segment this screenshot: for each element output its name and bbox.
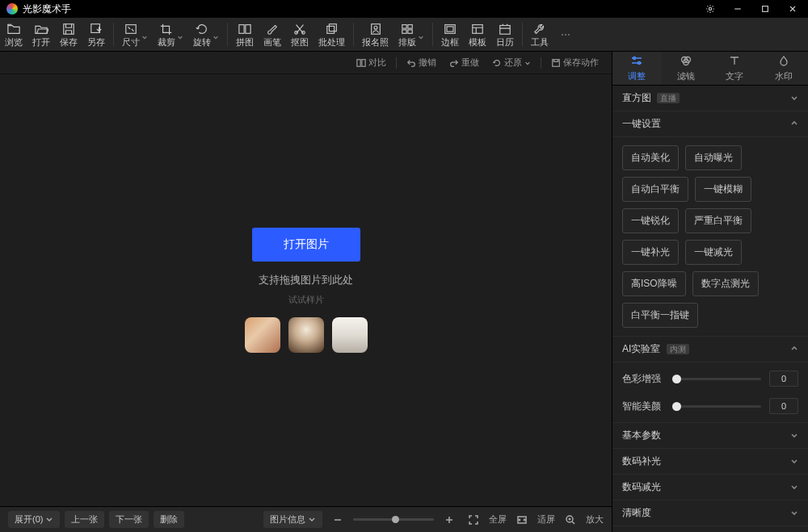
fit-screen-icon[interactable]: [513, 511, 531, 529]
svg-rect-14: [408, 24, 412, 27]
canvas-column: 对比 撤销 重做 还原 保存动作 打开图: [0, 52, 612, 532]
histogram-title: 直方图: [622, 92, 651, 103]
canvas-body[interactable]: 打开图片 支持拖拽图片到此处 试试样片: [0, 74, 612, 506]
border-button[interactable]: 边框: [436, 18, 464, 51]
enlarge-icon[interactable]: [562, 511, 579, 529]
app-logo-icon: [6, 3, 18, 15]
app-title: 光影魔术手: [23, 2, 71, 16]
zoom-out-icon[interactable]: [329, 511, 347, 529]
onekey-chip-0[interactable]: 自动美化: [622, 145, 679, 170]
onekey-chip-10[interactable]: 白平衡一指键: [622, 303, 698, 328]
section-ailab-header[interactable]: AI实验室 内测: [612, 337, 808, 362]
compare-button[interactable]: 对比: [351, 55, 391, 70]
svg-rect-16: [408, 29, 412, 32]
template-button[interactable]: 模板: [464, 18, 491, 51]
size-button[interactable]: 尺寸: [117, 18, 153, 51]
beauty-label: 智能美颜: [622, 400, 664, 413]
onekey-chip-3[interactable]: 一键模糊: [695, 177, 751, 202]
section-onekey-header[interactable]: 一键设置: [612, 111, 808, 137]
cutout-button[interactable]: 抠图: [286, 18, 314, 51]
save-button[interactable]: 保存: [55, 18, 82, 51]
fit-label: 适屏: [537, 513, 555, 526]
main-toolbar: 浏览 打开 保存 另存 尺寸 裁剪: [0, 18, 808, 52]
zoom-slider[interactable]: [353, 518, 434, 521]
svg-rect-5: [239, 24, 244, 33]
chevron-down-icon: [790, 93, 798, 104]
next-button[interactable]: 下一张: [109, 511, 149, 528]
calendar-button[interactable]: 日历: [491, 18, 519, 51]
browse-label: 浏览: [5, 37, 23, 47]
onekey-chip-5[interactable]: 严重白平衡: [685, 208, 751, 233]
color-enhance-value[interactable]: 0: [769, 371, 798, 387]
onekey-chip-4[interactable]: 一键锐化: [622, 208, 679, 233]
dnd-hint: 支持拖拽图片到此处: [259, 273, 353, 287]
tab-filter[interactable]: 滤镜: [662, 52, 711, 85]
tab-adjust[interactable]: 调整: [612, 52, 662, 85]
beauty-slider[interactable]: [672, 405, 761, 408]
tab-watermark[interactable]: 水印: [760, 52, 809, 85]
open-button[interactable]: 打开: [27, 18, 55, 51]
settings-gear-icon[interactable]: [700, 1, 721, 17]
tools-button[interactable]: 工具: [526, 18, 553, 51]
idphoto-button[interactable]: 报名照: [357, 18, 393, 51]
tab-text[interactable]: 文字: [710, 52, 760, 85]
tab-adjust-label: 调整: [628, 70, 646, 82]
open-label: 打开: [32, 37, 50, 47]
right-panel-scroll[interactable]: 直方图 直播 一键设置 自动美化自动曝光自动白平衡一键模糊一键锐化严重白平衡一键…: [612, 86, 808, 532]
section-histogram[interactable]: 直方图 直播: [612, 86, 808, 111]
delete-button[interactable]: 删除: [154, 511, 184, 528]
enlarge-label: 放大: [586, 513, 604, 526]
section-basic[interactable]: 基本参数: [612, 423, 808, 449]
stitch-button[interactable]: 拼图: [231, 18, 259, 51]
color-enhance-slider[interactable]: [672, 378, 761, 380]
chevron-down-icon: [141, 31, 148, 38]
onekey-chip-8[interactable]: 高ISO降噪: [622, 271, 686, 296]
open-image-button[interactable]: 打开图片: [252, 228, 360, 262]
redo-button[interactable]: 重做: [444, 55, 484, 70]
section-levels[interactable]: 色阶: [612, 526, 808, 532]
onekey-chip-1[interactable]: 自动曝光: [685, 145, 742, 170]
crop-button[interactable]: 裁剪: [153, 18, 188, 51]
browse-button[interactable]: 浏览: [0, 18, 27, 51]
image-info-button[interactable]: 图片信息: [263, 511, 322, 528]
section-digital-reduce[interactable]: 数码减光: [612, 475, 808, 501]
fullscreen-icon[interactable]: [465, 511, 482, 529]
undo-button[interactable]: 撤销: [402, 55, 441, 70]
onekey-chip-6[interactable]: 一键补光: [622, 240, 679, 265]
expand-button[interactable]: 展开(0): [8, 511, 60, 528]
color-enhance-label: 色彩增强: [622, 372, 664, 386]
section-digital-fill[interactable]: 数码补光: [612, 449, 808, 475]
sample-image-3[interactable]: [332, 317, 368, 353]
chevron-down-icon: [790, 508, 798, 519]
sample-image-2[interactable]: [288, 317, 324, 353]
save-action-button[interactable]: 保存动作: [546, 55, 604, 70]
prev-button[interactable]: 上一张: [65, 511, 104, 528]
close-button[interactable]: [782, 1, 803, 17]
idphoto-label: 报名照: [362, 37, 389, 47]
zoom-in-icon[interactable]: [440, 511, 458, 529]
right-panel: 调整 滤镜 文字 水印 直方图 直播: [612, 52, 808, 532]
saveas-button[interactable]: 另存: [82, 18, 110, 51]
onekey-chip-2[interactable]: 自动白平衡: [622, 177, 688, 202]
onekey-chip-7[interactable]: 一键减光: [685, 240, 742, 265]
section-clarity[interactable]: 清晰度: [612, 501, 808, 526]
maximize-button[interactable]: [755, 1, 776, 17]
minimize-button[interactable]: [727, 1, 748, 17]
layout-button[interactable]: 排版: [393, 18, 429, 51]
beauty-value[interactable]: 0: [769, 398, 798, 414]
size-label: 尺寸: [122, 37, 140, 47]
main-area: 对比 撤销 重做 还原 保存动作 打开图: [0, 52, 808, 532]
svg-rect-2: [64, 23, 74, 33]
sample-image-1[interactable]: [245, 317, 280, 353]
brush-button[interactable]: 画笔: [259, 18, 286, 51]
batch-button[interactable]: 批处理: [314, 18, 350, 51]
restore-button[interactable]: 还原: [487, 55, 536, 70]
more-button[interactable]: ⋯: [553, 18, 578, 51]
rotate-button[interactable]: 旋转: [188, 18, 224, 51]
title-bar: 光影魔术手: [0, 0, 808, 18]
onekey-chip-9[interactable]: 数字点测光: [692, 271, 759, 296]
expand-label: 展开(0): [15, 513, 43, 526]
histogram-tag: 直播: [657, 93, 680, 103]
chevron-down-icon: [790, 482, 798, 493]
compare-label: 对比: [368, 57, 386, 69]
